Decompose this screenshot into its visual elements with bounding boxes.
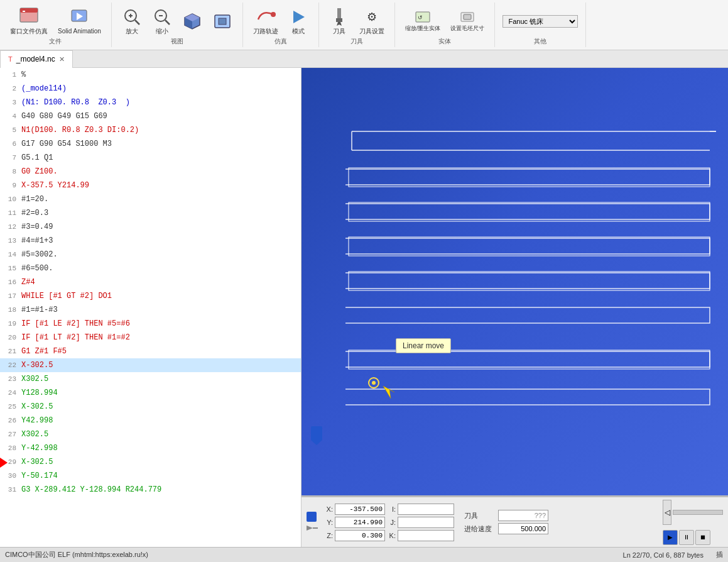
k-value-input[interactable] <box>398 530 454 541</box>
playback-controls: ▶ ⏸ ⏹ <box>663 530 723 545</box>
view-2d-button[interactable] <box>210 10 235 33</box>
xyz-coords: X: I: Y: J: Z: K: <box>324 504 454 541</box>
svg-rect-19 <box>337 8 341 19</box>
zoom-in-icon <box>122 7 142 27</box>
machine-type-select[interactable]: Fanuc 铣床 Siemens 铣床 Heidenhain 铣床 <box>503 15 578 28</box>
play-button[interactable]: ▶ <box>663 530 678 545</box>
zoom-rebuild-button[interactable]: ↺ 缩放/重生实体 <box>403 8 443 34</box>
svg-rect-20 <box>336 18 342 22</box>
code-line-22: 22 X-302.5 <box>0 358 301 372</box>
set-blank-button[interactable]: 设置毛坯尺寸 <box>448 8 487 34</box>
code-line-7: 7 G5.1 Q1 <box>0 151 301 165</box>
window-file-sim-label: 窗口文件仿真 <box>10 27 48 36</box>
svg-point-17 <box>271 12 276 17</box>
zoom-out-icon <box>152 7 172 27</box>
solid-animation-label: Solid Animation <box>58 28 101 35</box>
code-line-17: 17 WHILE [#1 GT #2] DO1 <box>0 289 301 303</box>
y-label: Y: <box>324 519 333 526</box>
window-icon <box>19 7 39 27</box>
code-lines-container: 1 % 2 (_model14) 3 (N1: D100. R0.8 Z0.3 … <box>0 68 301 547</box>
toolbar-group-view: 放大 缩小 视图 <box>112 3 243 47</box>
code-line-13: 13 #4=#1+3 <box>0 234 301 248</box>
code-line-6: 6 G17 G90 G54 S1000 M3 <box>0 137 301 151</box>
code-line-23: 23 X302.5 <box>0 372 301 386</box>
svg-marker-18 <box>293 11 305 23</box>
code-line-30: 30 Y-50.174 <box>0 469 301 483</box>
toolbar: 窗口文件仿真 Solid Animation 文件 放大 <box>0 0 728 50</box>
solid-animation-button[interactable]: Solid Animation <box>55 6 104 36</box>
x-label: X: <box>324 505 333 513</box>
code-line-31: 31 G3 X-289.412 Y-128.994 R244.779 <box>0 483 301 497</box>
tool-settings-button[interactable]: ⚙ 刀具设置 <box>357 6 387 37</box>
view-3d-icon <box>182 11 202 31</box>
code-line-12: 12 #3=0.49 <box>0 220 301 234</box>
j-value-input[interactable] <box>398 517 454 528</box>
code-line-25: 25 X-302.5 <box>0 400 301 414</box>
tool-settings-label: 刀具设置 <box>359 27 384 36</box>
arrow-controls: ◁ <box>663 500 723 525</box>
mode-button[interactable]: 模式 <box>286 6 311 37</box>
svg-rect-30 <box>349 202 710 221</box>
window-file-sim-button[interactable]: 窗口文件仿真 <box>8 6 50 37</box>
code-line-29: 29 X-302.5 <box>0 455 301 469</box>
zoom-out-label: 缩小 <box>156 27 168 36</box>
view-group-label: 视图 <box>112 37 242 46</box>
viewport-pin <box>311 426 322 440</box>
view-2d-icon <box>212 11 232 31</box>
code-line-16: 16 Z#4 <box>0 275 301 289</box>
file-tab[interactable]: T _model4.nc ✕ <box>0 50 73 68</box>
code-line-19: 19 IF [#1 LE #2] THEN #5=#6 <box>0 317 301 331</box>
feed-value-input[interactable] <box>498 523 548 534</box>
svg-rect-16 <box>219 18 226 25</box>
file-group-label: 文件 <box>0 37 111 46</box>
code-line-9: 9 X-357.5 Y214.99 <box>0 179 301 192</box>
code-line-2: 2 (_model14) <box>0 82 301 96</box>
toolpath-icon <box>256 7 276 27</box>
svg-marker-37 <box>307 526 313 531</box>
code-line-4: 4 G40 G80 G49 G15 G69 <box>0 109 301 123</box>
svg-rect-29 <box>349 168 710 187</box>
tool-button[interactable]: 刀具 <box>327 6 352 37</box>
tab-close-button[interactable]: ✕ <box>59 55 65 63</box>
code-line-28: 28 Y-42.998 <box>0 441 301 455</box>
tool-value-input[interactable] <box>498 510 548 521</box>
z-label: Z: <box>324 532 333 539</box>
viewport[interactable]: Linear move X: I: <box>302 68 728 547</box>
tool-icon <box>329 7 349 27</box>
scroll-left-button[interactable]: ◁ <box>663 500 671 525</box>
k-label: K: <box>387 532 396 539</box>
tab-bar: T _model4.nc ✕ <box>0 50 728 68</box>
tool-info-section: 刀具 进给速度 <box>464 510 548 534</box>
code-line-20: 20 IF [#1 LT #2] THEN #1=#2 <box>0 331 301 344</box>
x-value-input[interactable] <box>335 504 385 515</box>
coordinate-bar: X: I: Y: J: Z: K: <box>302 497 728 547</box>
view-3d-button[interactable] <box>180 10 205 33</box>
zoom-rebuild-icon: ↺ <box>415 9 430 25</box>
code-line-8: 8 G0 Z100. <box>0 165 301 179</box>
toolbar-group-file: 窗口文件仿真 Solid Animation 文件 <box>0 3 112 47</box>
linear-move-tooltip: Linear move <box>396 338 451 353</box>
toolpath-visualization <box>302 68 728 547</box>
pause-button[interactable]: ⏸ <box>679 530 694 545</box>
z-value-input[interactable] <box>335 530 385 541</box>
coord-arrow-icon <box>307 523 319 533</box>
scroll-track <box>673 510 723 515</box>
toolbar-group-sim: 刀路轨迹 模式 仿真 <box>243 3 319 47</box>
tool-group-label: 刀具 <box>319 37 394 46</box>
toolpath-button[interactable]: 刀路轨迹 <box>251 6 281 37</box>
code-line-21: 21 G1 Z#1 F#5 <box>0 344 301 358</box>
code-line-10: 10 #1=20. <box>0 192 301 206</box>
current-line-indicator <box>0 458 8 468</box>
tool-label: 刀具 <box>464 511 496 521</box>
i-value-input[interactable] <box>398 504 454 515</box>
zoom-out-button[interactable]: 缩小 <box>149 6 175 37</box>
svg-point-35 <box>372 381 376 385</box>
code-line-27: 27 X302.5 <box>0 427 301 441</box>
stop-button[interactable]: ⏹ <box>695 530 710 545</box>
toolbar-group-other: Fanuc 铣床 Siemens 铣床 Heidenhain 铣床 其他 <box>495 3 586 47</box>
zoom-in-button[interactable]: 放大 <box>119 6 144 37</box>
code-editor[interactable]: 1 % 2 (_model14) 3 (N1: D100. R0.8 Z0.3 … <box>0 68 302 547</box>
y-value-input[interactable] <box>335 517 385 528</box>
set-blank-icon <box>460 9 475 25</box>
tool-label: 刀具 <box>333 27 345 36</box>
